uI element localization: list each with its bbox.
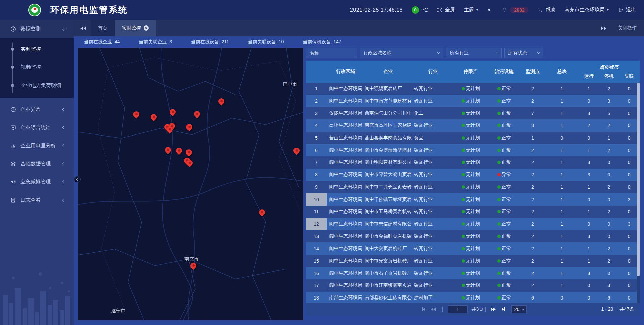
cell-company: 阆中市五马桥页岩机砖 (365, 206, 412, 218)
map-pin[interactable] (218, 98, 225, 105)
map-city-label: 巴中市 (283, 81, 297, 87)
map-pin[interactable] (186, 124, 193, 131)
table-row[interactable]: 11阆中生态环境局阆中市五马桥页岩机砖砖瓦行业无计划正常21120 (306, 206, 640, 218)
org-menu[interactable]: 南充市生态环境局 ▾ (564, 7, 609, 13)
status-dot-green-icon (462, 87, 465, 90)
first-page-button[interactable] (422, 307, 425, 311)
scrollbar-thumb[interactable] (637, 83, 640, 276)
map-pin[interactable] (151, 114, 157, 121)
map-pin[interactable] (259, 209, 266, 216)
table-row[interactable]: 16阆中生态环境局阆中市石子页岩机砖厂砖瓦行业无计划正常21300 (306, 267, 640, 279)
table-scrollbar[interactable] (637, 83, 640, 303)
cell-stop: 0 (600, 156, 618, 169)
map-pin[interactable] (170, 109, 176, 116)
table-row[interactable]: 1阆中生态环境局阆中强锐页岩砖厂砖瓦行业无计划正常21120 (306, 83, 640, 95)
industry-filter-select[interactable]: 所有行业 (446, 48, 502, 58)
cell-company: 阆中明阳建材有限公司 (365, 156, 412, 169)
sidebar-collapse-button[interactable] (74, 176, 81, 183)
region-filter-select[interactable]: 行政区域名称 (360, 48, 443, 58)
status-filter-select[interactable]: 所有状态 (504, 48, 543, 58)
cell-points: 7 (519, 107, 546, 119)
map-panel[interactable]: 巴中市南充市遂宁市 (78, 48, 303, 320)
help-button[interactable]: 帮助 (537, 7, 555, 13)
fullscreen-button[interactable]: 全屏 (437, 7, 455, 13)
sidebar-item[interactable]: 企业用电量分析 (0, 137, 74, 155)
sidebar-item[interactable]: 企业异常 (0, 100, 74, 118)
table-row[interactable]: 10阆中生态环境局阆中千佛镇五郎垭页岩砖瓦行业无计划正常21003 (306, 193, 640, 206)
table-row[interactable]: 13阆中生态环境局阆中市金福旺页岩机砖砖瓦行业无计划正常21300 (306, 230, 640, 242)
map-pin[interactable] (186, 160, 193, 167)
table-row[interactable]: 17阆中生态环境局阆中市江南镇阆南页岩砖瓦行业无计划正常21030 (306, 279, 640, 292)
tabs-scroll-right-button[interactable] (601, 26, 606, 30)
cell-run: 1 (578, 181, 600, 194)
name-filter-field[interactable] (306, 48, 357, 58)
sidebar-item-label: 应急减排管理 (20, 179, 51, 185)
table-row[interactable]: 18南部生态环境局南部县砂化土砖有限公建材加工无计划正常60060 (306, 292, 640, 303)
cell-facility: 正常 (489, 95, 519, 107)
sidebar-item[interactable]: 应急减排管理 (0, 173, 74, 191)
page-size-select[interactable]: 20 (511, 305, 527, 313)
theme-menu[interactable]: 主题 ▾ (464, 7, 478, 13)
sidebar-subitem[interactable]: 视频监控 (0, 58, 74, 76)
map-pin[interactable] (165, 147, 172, 154)
notifications[interactable]: 2632 (501, 7, 528, 13)
table-row[interactable]: 15阆中生态环境局阆中市光富页岩机砖厂砖瓦行业无计划正常21120 (306, 255, 640, 267)
status-dot-green-icon (462, 161, 465, 164)
map-pin[interactable] (194, 111, 201, 118)
chevron-left-icon (62, 108, 66, 111)
next-page-button[interactable] (491, 308, 496, 311)
cell-limit: 无计划 (452, 83, 489, 95)
table-row[interactable]: 2阆中生态环境局阆中市南方节能建材有砖瓦行业无计划正常21030 (306, 95, 640, 107)
tab-实时监控[interactable]: 实时监控× (115, 20, 156, 36)
col-points: 监测点 (519, 61, 546, 83)
cell-facility: 正常 (489, 119, 519, 132)
map-pin[interactable] (186, 149, 193, 156)
table-row[interactable]: 5营山生态环境局营山县润丰肉食品有限食品无计划正常10010 (306, 132, 640, 144)
logout-button[interactable]: 退出 (618, 7, 636, 13)
map-pin[interactable] (133, 111, 140, 118)
sidebar-item[interactable]: 基础数据管理 (0, 155, 74, 173)
pagination-bar: 共3页 20 1 - 20 共47条 (306, 303, 640, 316)
table-row[interactable]: 6阆中生态环境局阆中市金博瑞新型墙材砖瓦行业无计划正常21120 (306, 144, 640, 156)
cell-points: 2 (519, 181, 546, 194)
mute-button[interactable] (487, 7, 493, 13)
monitor-icon (10, 124, 16, 130)
sidebar-item[interactable]: 数据监测 (0, 20, 74, 38)
stat-value: 3 (169, 39, 172, 44)
sidebar-subitem[interactable]: 企业电力负荷明细 (0, 76, 74, 94)
sidebar-item[interactable]: 日志查看 (0, 191, 74, 209)
cell-industry: 砖瓦行业 (412, 255, 452, 267)
cell-meters: 0 (546, 292, 578, 303)
table-row[interactable]: 3仪陇生态环境局西南油气田分公司川中化工无计划正常71350 (306, 107, 640, 119)
divider (442, 307, 443, 312)
cell-industry: 砖瓦行业 (412, 193, 452, 206)
table-row[interactable]: 12阆中生态环境局阆中市忠信建材有限公砖瓦行业无计划正常21003 (306, 218, 640, 230)
name-filter-input[interactable] (310, 50, 353, 56)
table-row[interactable]: 9阆中生态环境局阆中市二龙长宝页岩砖砖瓦行业无计划正常21120 (306, 181, 640, 194)
sidebar-item[interactable]: 企业综合统计 (0, 118, 74, 137)
sidebar-subitem[interactable]: 实时监控 (0, 40, 74, 58)
map-pin[interactable] (190, 263, 197, 269)
table-row[interactable]: 4高坪生态环境局南充市高坪区王家店建砖瓦行业无计划正常31220 (306, 119, 640, 132)
table-row[interactable]: 8阆中生态环境局阆中市枣碧大梁山页岩砖瓦行业无计划异常21300 (306, 169, 640, 181)
close-operations-button[interactable]: 关闭操作 (618, 25, 637, 31)
page-number-input[interactable] (448, 305, 468, 313)
sidebar-menu: 数据监测实时监控视频监控企业电力负荷明细企业异常企业综合统计企业用电量分析基础数… (0, 20, 74, 209)
temperature-badge: 0 (412, 6, 419, 14)
col-point-status: 点位状态 (578, 64, 640, 70)
prev-page-button[interactable] (431, 308, 436, 311)
sidebar-item-label: 企业用电量分析 (20, 143, 56, 149)
tabs-scroll-left-button[interactable] (80, 26, 86, 30)
last-page-button[interactable] (502, 307, 505, 311)
cell-stop: 2 (600, 83, 618, 95)
map-pin[interactable] (176, 148, 183, 154)
tab-首页[interactable]: 首页 (91, 20, 115, 36)
status-dot-green-icon (462, 235, 465, 238)
table-row[interactable]: 7阆中生态环境局阆中明阳建材有限公司砖瓦行业无计划正常21300 (306, 156, 640, 169)
tab-close-icon[interactable]: × (144, 25, 149, 31)
cell-industry: 砖瓦行业 (412, 181, 452, 194)
cell-points: 2 (519, 144, 546, 156)
map-pin[interactable] (293, 148, 300, 154)
map-pin[interactable] (167, 126, 173, 133)
table-row[interactable]: 14阆中生态环境局阆中大兴页岩机砖厂砖瓦行业无计划正常21120 (306, 242, 640, 255)
